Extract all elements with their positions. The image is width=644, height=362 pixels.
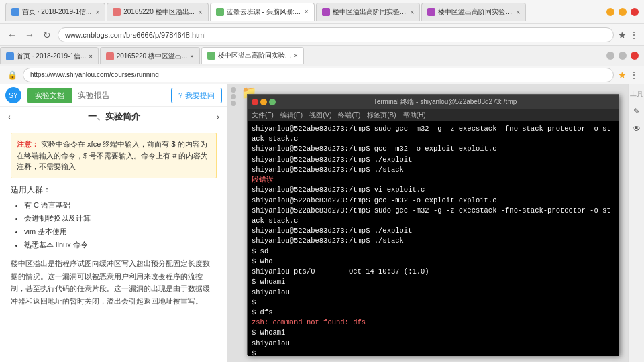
tab-4-close[interactable]: × bbox=[411, 9, 415, 16]
terminal-line: $ whoami bbox=[252, 277, 614, 287]
nav-arrows: ‹ 一、实验简介 › bbox=[0, 107, 227, 127]
help-label: 我要提问 bbox=[185, 90, 215, 101]
note-text: 实验中命令在 xfce 终端中输入，前面有 $ 的内容为在终端输入的命令，$ 号… bbox=[17, 140, 208, 170]
tab-b2-1-close[interactable]: × bbox=[89, 53, 92, 60]
term-max-btn[interactable] bbox=[269, 99, 276, 105]
minimize-btn-2[interactable] bbox=[606, 52, 614, 60]
tab-3[interactable]: 蓝墨云班课 - 头脑风暴:... × bbox=[210, 3, 315, 21]
maximize-btn[interactable] bbox=[619, 8, 627, 16]
term-menu-view[interactable]: 视图(V) bbox=[309, 111, 331, 120]
address-icons-2: ★ ⋮ bbox=[618, 70, 639, 80]
help-icon: ? bbox=[178, 91, 182, 99]
address-input-1[interactable] bbox=[58, 27, 614, 42]
strip-dot-1 bbox=[231, 87, 236, 93]
tab-bar-1: 首页 · 2018-2019-1信... × 20165220 楼中区溢出...… bbox=[0, 0, 644, 24]
term-menu-help[interactable]: 帮助(H) bbox=[403, 111, 426, 120]
tab-b2-2-close[interactable]: × bbox=[190, 53, 193, 60]
next-arrow[interactable]: › bbox=[217, 113, 219, 121]
bullet-1: 有 C 语言基础 bbox=[24, 199, 217, 213]
tab-b2-3-close[interactable]: × bbox=[294, 52, 298, 59]
prev-arrow[interactable]: ‹ bbox=[8, 113, 11, 121]
term-menu-terminal[interactable]: 终端(T) bbox=[338, 111, 360, 120]
terminal-wrapper: 📁 Terminal 终端 - shiyanlou@522abe83d273: … bbox=[239, 84, 628, 362]
terminal-line: $ who bbox=[252, 257, 614, 267]
note-box: 注意： 实验中命令在 xfce 终端中输入，前面有 $ 的内容为在终端输入的命令… bbox=[11, 133, 217, 178]
menu-icon[interactable]: ⋮ bbox=[629, 29, 639, 40]
bullet-3: vim 基本使用 bbox=[24, 225, 217, 239]
tool-1[interactable]: 工具 bbox=[630, 87, 643, 101]
tab-b2-1[interactable]: 首页 · 2018-2019-1信... × bbox=[0, 47, 99, 64]
term-menu-tabs[interactable]: 标签页(B) bbox=[367, 111, 396, 120]
minimize-btn[interactable] bbox=[606, 8, 614, 16]
tab-icon-5 bbox=[427, 8, 435, 16]
tab-bar-2: 首页 · 2018-2019-1信... × 20165220 楼中区溢出...… bbox=[0, 46, 644, 66]
note-title: 注意： bbox=[17, 140, 39, 148]
tab-icon-4 bbox=[322, 8, 330, 16]
terminal-window: Terminal 终端 - shiyanlou@522abe83d273: /t… bbox=[247, 94, 619, 355]
section-title: 一、实验简介 bbox=[88, 111, 140, 123]
terminal-line: $ sd bbox=[252, 247, 614, 257]
terminal-body[interactable]: shiyanlou@522abe83d273:/tmp$ sudo gcc -m… bbox=[248, 121, 619, 356]
terminal-line: shiyanlou@522abe83d273:/tmp$ ./exploit bbox=[252, 226, 614, 236]
tab-3-close[interactable]: × bbox=[305, 8, 309, 15]
doc-tab-label: 实验文档 bbox=[35, 91, 64, 99]
tab-b2-3-label: 楼中区溢出高阶同实验 - 实... bbox=[218, 51, 292, 60]
address-icons: ★ ⋮ bbox=[618, 29, 639, 40]
tab-5-close[interactable]: × bbox=[516, 9, 520, 16]
help-btn[interactable]: ? 我要提问 bbox=[171, 88, 222, 103]
refresh-btn[interactable]: ↻ bbox=[40, 29, 54, 40]
tool-2[interactable]: ✎ bbox=[630, 105, 643, 118]
forward-btn[interactable]: → bbox=[23, 29, 36, 40]
maximize-btn-2[interactable] bbox=[619, 52, 627, 60]
terminal-line: shiyanlou@522abe83d273:/tmp$ ./exploit bbox=[252, 155, 614, 165]
menu-icon-2[interactable]: ⋮ bbox=[629, 70, 639, 80]
tab-2-label: 20165220 楼中区溢出... bbox=[123, 7, 195, 17]
tool-3[interactable]: 👁 bbox=[630, 122, 643, 135]
content-area: 注意： 实验中命令在 xfce 终端中输入，前面有 $ 的内容为在终端输入的命令… bbox=[0, 127, 227, 313]
tab-b2-icon-2 bbox=[106, 52, 114, 60]
tab-2-close[interactable]: × bbox=[199, 9, 203, 16]
lock-icon: 🔒 bbox=[5, 70, 19, 80]
close-btn[interactable] bbox=[631, 8, 639, 16]
tab-2[interactable]: 20165220 楼中区溢出... × bbox=[107, 3, 208, 21]
tab-b2-3[interactable]: 楼中区溢出高阶同实验 - 实... × bbox=[201, 47, 304, 64]
term-menu-edit[interactable]: 编辑(E) bbox=[280, 111, 303, 120]
address-input-2[interactable] bbox=[23, 68, 614, 82]
address-bar-2: 🔒 ★ ⋮ bbox=[0, 66, 644, 84]
tab-1-close[interactable]: × bbox=[95, 9, 99, 16]
right-strip bbox=[228, 84, 239, 362]
tab-4-label: 楼中区溢出高阶同实验 - 实... bbox=[333, 7, 407, 17]
terminal-line: shiyanlou@522abe83d273:/tmp$ vi exploit.… bbox=[252, 185, 614, 195]
term-menu-bar: 文件(F) 编辑(E) 视图(V) 终端(T) 标签页(B) 帮助(H) bbox=[248, 109, 619, 121]
term-menu-file[interactable]: 文件(F) bbox=[252, 111, 274, 120]
tab-b2-icon-1 bbox=[6, 52, 14, 60]
terminal-line: $ dfs bbox=[252, 308, 614, 318]
terminal-line: shiyanlou@522abe83d273:/tmp$ gcc -m32 -o… bbox=[252, 196, 614, 206]
term-title: Terminal 终端 - shiyanlou@522abe83d273: /t… bbox=[276, 97, 614, 107]
report-tab[interactable]: 实验报告 bbox=[78, 90, 110, 101]
terminal-line: shiyanlou bbox=[252, 339, 614, 349]
terminal-line: shiyanlou pts/0 Oct 14 10:37 (:1.0) bbox=[252, 267, 614, 277]
tab-1[interactable]: 首页 · 2018-2019-1信... × bbox=[5, 3, 105, 21]
left-panel: SY 实验文档 实验报告 ? 我要提问 ‹ 一、实验简介 › 注意： 实验中命令… bbox=[0, 84, 228, 362]
strip-dot-2 bbox=[231, 94, 236, 99]
close-btn-2[interactable] bbox=[631, 52, 639, 60]
far-right-panel: 工具 ✎ 👁 bbox=[628, 84, 644, 362]
tab-5[interactable]: 楼中区溢出高阶同实验 - 实... × bbox=[421, 3, 526, 21]
term-close-btn[interactable] bbox=[252, 99, 258, 105]
star-icon[interactable]: ★ bbox=[618, 70, 627, 80]
back-btn[interactable]: ← bbox=[5, 29, 19, 40]
tab-4[interactable]: 楼中区溢出高阶同实验 - 实... × bbox=[316, 3, 421, 21]
term-min-btn[interactable] bbox=[260, 99, 267, 105]
tab-b2-2[interactable]: 20165220 楼中区溢出... × bbox=[100, 47, 200, 64]
bookmark-icon[interactable]: ★ bbox=[618, 29, 627, 40]
body-text: 楼中区溢出是指程序试图向缓冲区写入超出预分配固定长度数据的情况。这一漏洞可以被恶… bbox=[11, 257, 217, 308]
browser-1: 首页 · 2018-2019-1信... × 20165220 楼中区溢出...… bbox=[0, 0, 644, 84]
terminal-line: shiyanlou@522abe83d273:/tmp$ sudo gcc -m… bbox=[252, 206, 614, 226]
terminal-line: shiyanlou@522abe83d273:/tmp$ sudo gcc -m… bbox=[252, 124, 614, 144]
address-bar-1: ← → ↻ ★ ⋮ bbox=[0, 24, 644, 46]
terminal-line: shiyanlou bbox=[252, 288, 614, 298]
tab-5-label: 楼中区溢出高阶同实验 - 实... bbox=[438, 7, 512, 17]
audience-label: 适用人群： bbox=[11, 184, 217, 196]
doc-tab-btn[interactable]: 实验文档 bbox=[27, 88, 72, 103]
